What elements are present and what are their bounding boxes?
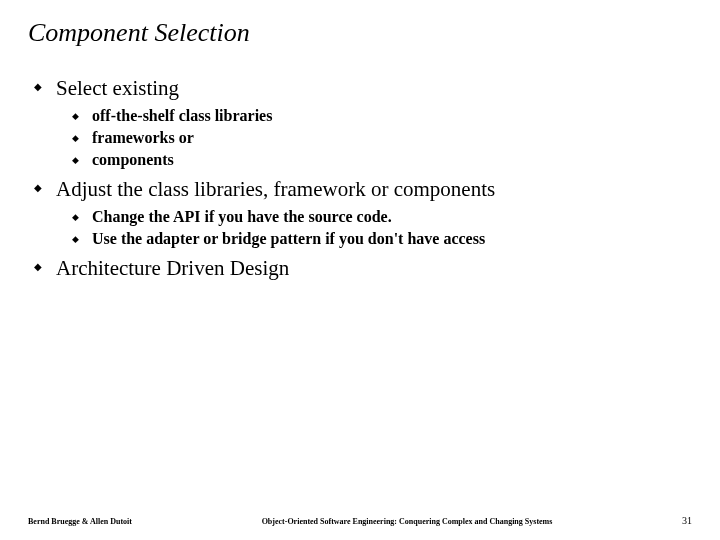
bullet-text: Architecture Driven Design	[56, 256, 289, 280]
slide-footer: Bernd Bruegge & Allen Dutoit Object-Orie…	[0, 515, 720, 526]
footer-page-number: 31	[682, 515, 692, 526]
bullet-item: Architecture Driven Design	[34, 256, 692, 281]
sub-bullet-list: Change the API if you have the source co…	[72, 208, 692, 248]
slide-title: Component Selection	[28, 18, 692, 48]
bullet-text: Select existing	[56, 76, 179, 100]
bullet-item: Adjust the class libraries, framework or…	[34, 177, 692, 248]
sub-bullet-item: frameworks or	[72, 129, 692, 147]
sub-bullet-item: off-the-shelf class libraries	[72, 107, 692, 125]
sub-bullet-item: Change the API if you have the source co…	[72, 208, 692, 226]
bullet-text: Adjust the class libraries, framework or…	[56, 177, 495, 201]
footer-authors: Bernd Bruegge & Allen Dutoit	[28, 517, 132, 526]
slide: Component Selection Select existing off-…	[0, 0, 720, 540]
footer-book-title: Object-Oriented Software Engineering: Co…	[132, 517, 682, 526]
bullet-item: Select existing off-the-shelf class libr…	[34, 76, 692, 169]
sub-bullet-list: off-the-shelf class libraries frameworks…	[72, 107, 692, 169]
sub-bullet-item: Use the adapter or bridge pattern if you…	[72, 230, 692, 248]
sub-bullet-item: components	[72, 151, 692, 169]
bullet-list: Select existing off-the-shelf class libr…	[34, 76, 692, 281]
